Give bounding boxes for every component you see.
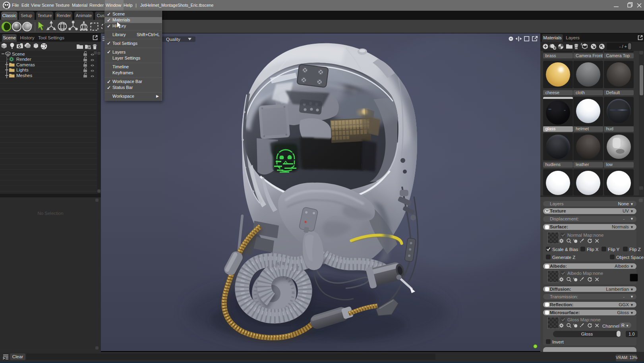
svg-text:Flip Y: Flip Y [608, 247, 620, 251]
svg-text:Generate Z: Generate Z [552, 255, 575, 260]
svg-text:Flip X: Flip X [587, 247, 599, 251]
svg-text:Invert: Invert [552, 339, 564, 344]
svg-text:Normal Map:none: Normal Map:none [567, 233, 603, 237]
svg-text:Scale & Bias: Scale & Bias [552, 247, 578, 251]
svg-text:- / +: - / + [619, 44, 627, 49]
svg-text:Albedo Map:none: Albedo Map:none [567, 271, 603, 276]
svg-text:Quality: Quality [166, 37, 180, 42]
svg-text:Gloss Map:none: Gloss Map:none [567, 317, 601, 322]
